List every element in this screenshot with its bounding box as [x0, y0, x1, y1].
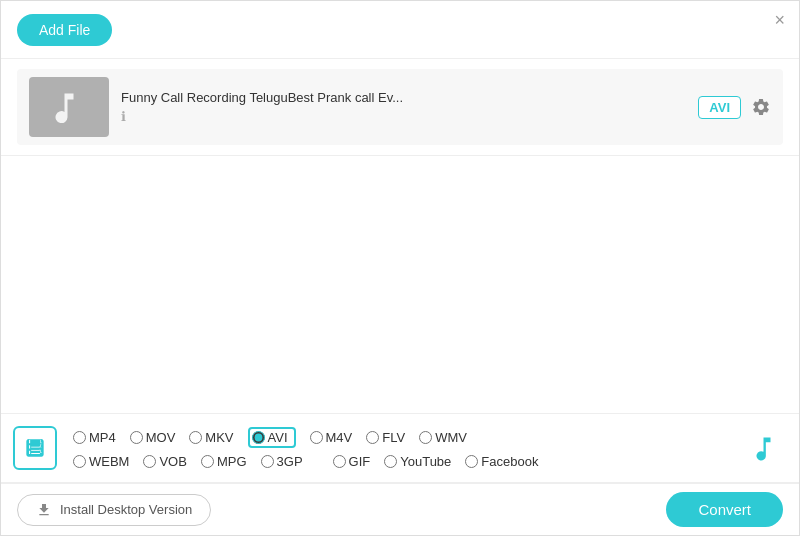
label-mov: MOV — [146, 430, 176, 445]
format-option-facebook[interactable]: Facebook — [465, 454, 538, 469]
label-gif: GIF — [349, 454, 371, 469]
svg-rect-0 — [31, 445, 40, 447]
format-option-mpg[interactable]: MPG — [201, 454, 247, 469]
svg-rect-6 — [41, 439, 43, 442]
settings-button[interactable] — [751, 97, 771, 117]
format-option-avi[interactable]: AVI — [248, 427, 296, 448]
format-row-1: MP4 MOV MKV AVI M4V FLV — [73, 427, 739, 448]
svg-rect-7 — [41, 444, 43, 447]
radio-youtube[interactable] — [384, 455, 397, 468]
file-name: Funny Call Recording TeluguBest Prank ca… — [121, 90, 686, 105]
label-mpg: MPG — [217, 454, 247, 469]
file-info: Funny Call Recording TeluguBest Prank ca… — [121, 90, 686, 125]
svg-rect-2 — [31, 451, 40, 453]
label-youtube: YouTube — [400, 454, 451, 469]
download-icon — [36, 502, 52, 518]
radio-mov[interactable] — [130, 431, 143, 444]
svg-rect-8 — [41, 449, 43, 452]
format-option-m4v[interactable]: M4V — [310, 430, 353, 445]
install-desktop-button[interactable]: Install Desktop Version — [17, 494, 211, 526]
svg-rect-4 — [27, 444, 29, 447]
film-icon — [22, 435, 48, 461]
label-facebook: Facebook — [481, 454, 538, 469]
file-thumbnail — [29, 77, 109, 137]
label-avi: AVI — [268, 430, 288, 445]
label-m4v: M4V — [326, 430, 353, 445]
format-badge: AVI — [698, 96, 741, 119]
label-flv: FLV — [382, 430, 405, 445]
radio-m4v[interactable] — [310, 431, 323, 444]
format-option-3gp[interactable]: 3GP — [261, 454, 303, 469]
radio-gif[interactable] — [333, 455, 346, 468]
label-mkv: MKV — [205, 430, 233, 445]
radio-mpg[interactable] — [201, 455, 214, 468]
file-actions: AVI — [698, 96, 771, 119]
install-label: Install Desktop Version — [60, 502, 192, 517]
svg-rect-3 — [27, 439, 29, 442]
svg-rect-5 — [27, 449, 29, 452]
music-note-icon — [51, 89, 87, 125]
format-option-youtube[interactable]: YouTube — [384, 454, 451, 469]
label-3gp: 3GP — [277, 454, 303, 469]
audio-icon-right — [747, 428, 787, 468]
video-format-icon — [13, 426, 57, 470]
format-option-gif[interactable]: GIF — [333, 454, 371, 469]
radio-mp4[interactable] — [73, 431, 86, 444]
gear-icon — [751, 97, 771, 117]
format-option-flv[interactable]: FLV — [366, 430, 405, 445]
format-option-vob[interactable]: VOB — [143, 454, 186, 469]
radio-flv[interactable] — [366, 431, 379, 444]
file-list: Funny Call Recording TeluguBest Prank ca… — [1, 59, 799, 156]
radio-avi[interactable] — [252, 431, 265, 444]
top-bar: Add File × — [1, 1, 799, 59]
convert-button[interactable]: Convert — [666, 492, 783, 527]
format-bar: MP4 MOV MKV AVI M4V FLV — [1, 413, 799, 483]
format-option-mp4[interactable]: MP4 — [73, 430, 116, 445]
format-option-mov[interactable]: MOV — [130, 430, 176, 445]
radio-vob[interactable] — [143, 455, 156, 468]
radio-3gp[interactable] — [261, 455, 274, 468]
label-webm: WEBM — [89, 454, 129, 469]
file-item: Funny Call Recording TeluguBest Prank ca… — [17, 69, 783, 145]
label-mp4: MP4 — [89, 430, 116, 445]
info-icon[interactable]: ℹ — [121, 109, 137, 125]
format-option-wmv[interactable]: WMV — [419, 430, 467, 445]
radio-webm[interactable] — [73, 455, 86, 468]
music-note-right-icon — [753, 434, 781, 462]
label-wmv: WMV — [435, 430, 467, 445]
label-vob: VOB — [159, 454, 186, 469]
close-button[interactable]: × — [774, 11, 785, 29]
format-option-webm[interactable]: WEBM — [73, 454, 129, 469]
radio-facebook[interactable] — [465, 455, 478, 468]
format-option-mkv[interactable]: MKV — [189, 430, 233, 445]
action-bar: Install Desktop Version Convert — [1, 483, 799, 535]
format-options: MP4 MOV MKV AVI M4V FLV — [73, 427, 739, 469]
svg-rect-1 — [31, 448, 40, 450]
radio-mkv[interactable] — [189, 431, 202, 444]
add-file-button[interactable]: Add File — [17, 14, 112, 46]
radio-wmv[interactable] — [419, 431, 432, 444]
format-row-2: WEBM VOB MPG 3GP GIF YouTube — [73, 454, 739, 469]
